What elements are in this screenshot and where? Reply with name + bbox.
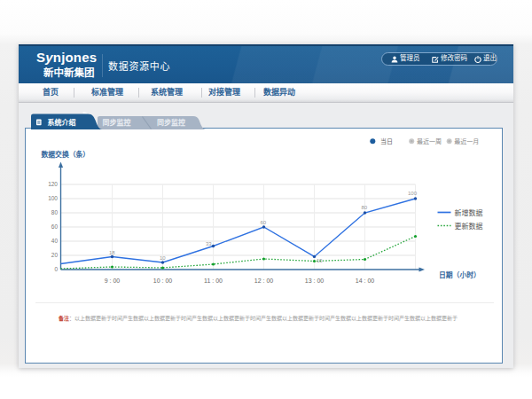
svg-text:最近一月: 最近一月 [454,137,479,145]
svg-text:13 : 00: 13 : 00 [304,278,324,284]
svg-text:18: 18 [109,249,115,254]
svg-text:40: 40 [51,238,58,244]
svg-text:新增数据: 新增数据 [454,207,482,216]
svg-text:60: 60 [51,223,58,230]
svg-text:最近一周: 最近一周 [417,137,442,145]
svg-text:15: 15 [317,257,323,262]
svg-text:100: 100 [48,195,58,201]
svg-text:12 : 00: 12 : 00 [254,278,273,284]
svg-text:80: 80 [51,209,58,215]
svg-text:11 : 00: 11 : 00 [204,278,223,284]
svg-text:同步监控: 同步监控 [157,118,185,127]
svg-text:系统介绍: 系统介绍 [48,118,76,127]
svg-text:当日: 当日 [380,137,393,145]
svg-text:0: 0 [54,266,58,272]
svg-text:100: 100 [408,191,418,196]
svg-text:14 : 00: 14 : 00 [355,278,374,284]
svg-text:120: 120 [48,181,58,187]
svg-text:10: 10 [160,255,166,261]
svg-text:同步监控: 同步监控 [103,118,131,127]
svg-text:9 : 00: 9 : 00 [104,278,120,284]
svg-text:日期（小时）: 日期（小时） [439,270,481,279]
svg-text:20: 20 [51,252,58,258]
svg-text:80: 80 [361,205,367,210]
svg-text:60: 60 [260,219,266,224]
svg-text:数据交换（条）: 数据交换（条） [41,149,90,158]
svg-text:10 : 00: 10 : 00 [153,278,172,284]
svg-text:33: 33 [206,240,212,246]
svg-text:更新数据: 更新数据 [454,221,482,230]
svg-text:备注：以上数据更新于时间产生数据以上数据更新于时间产生数据以: 备注：以上数据更新于时间产生数据以上数据更新于时间产生数据以上数据更新于时间产生… [58,314,458,321]
